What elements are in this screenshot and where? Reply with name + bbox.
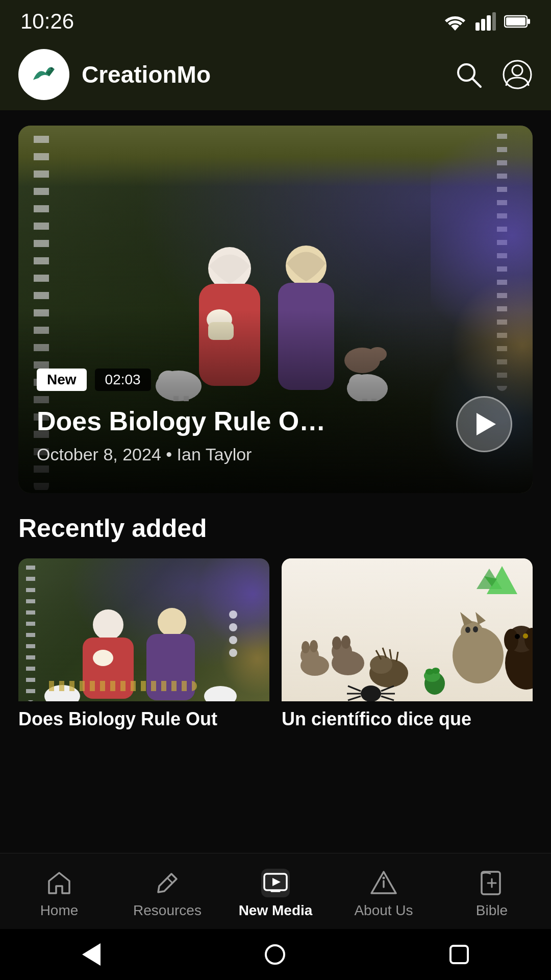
new-media-active-bg	[261, 869, 290, 897]
recently-card-2[interactable]: Un científico dice que	[282, 558, 533, 731]
svg-rect-1	[481, 19, 485, 31]
svg-point-62	[465, 627, 470, 633]
bottom-navigation: Home Resources New Media	[0, 853, 551, 929]
svg-line-77	[167, 878, 172, 883]
status-time: 10:26	[20, 9, 74, 34]
nav-label-bible: Bible	[476, 902, 508, 919]
animals-figures	[282, 584, 533, 701]
hero-background	[18, 126, 533, 493]
svg-point-35	[204, 686, 237, 701]
svg-point-83	[383, 877, 385, 879]
home-circle-icon	[265, 944, 285, 965]
search-icon	[453, 59, 484, 90]
svg-line-53	[396, 652, 398, 662]
svg-point-12	[512, 65, 522, 76]
badge-new: New	[37, 369, 87, 391]
section-title: Recently added	[18, 513, 533, 543]
nav-item-about-us[interactable]: About Us	[330, 864, 438, 924]
card-nativity-image	[18, 558, 269, 701]
android-home-button[interactable]	[265, 944, 285, 965]
nav-item-resources[interactable]: Resources	[113, 864, 221, 924]
hero-title: Does Biology Rule O…	[37, 406, 451, 437]
bird-top-icon	[482, 564, 522, 599]
svg-point-43	[310, 640, 318, 652]
recently-added-section: Recently added	[0, 493, 551, 742]
header-actions	[453, 59, 533, 90]
card-title-2: Un científico dice que	[282, 701, 533, 731]
svg-point-36	[229, 610, 237, 619]
svg-line-10	[472, 79, 481, 87]
svg-point-42	[302, 641, 310, 653]
svg-point-8	[51, 67, 53, 69]
bible-icon	[478, 869, 506, 897]
search-button[interactable]	[453, 59, 484, 90]
svg-point-47	[341, 635, 350, 649]
app-logo[interactable]	[18, 49, 69, 100]
recents-icon	[449, 945, 469, 964]
svg-point-69	[523, 633, 528, 639]
svg-point-70	[361, 685, 381, 701]
android-recents-button[interactable]	[449, 945, 469, 964]
nav-label-resources: Resources	[133, 902, 202, 919]
app-header: CreationMo	[0, 39, 551, 110]
svg-point-31	[93, 650, 113, 666]
svg-rect-5	[528, 19, 530, 24]
svg-point-39	[229, 649, 237, 657]
svg-point-37	[229, 623, 237, 631]
home-icon	[45, 869, 73, 897]
cards-row: Does Biology Rule Out	[18, 558, 533, 731]
resources-icon	[153, 869, 182, 897]
nav-label-home: Home	[40, 902, 79, 919]
svg-rect-6	[506, 17, 525, 26]
svg-line-71	[348, 686, 361, 691]
badge-time: 02:03	[95, 369, 151, 391]
svg-line-52	[390, 649, 391, 659]
signal-icon	[475, 12, 496, 31]
svg-rect-3	[492, 12, 496, 31]
hero-badges: New 02:03	[37, 369, 151, 391]
new-media-icon	[262, 870, 289, 896]
svg-point-66	[504, 629, 518, 651]
hero-card[interactable]: New 02:03 Does Biology Rule O… October 8…	[18, 126, 533, 493]
card-image-1	[18, 558, 269, 701]
svg-marker-79	[272, 878, 281, 886]
nav-item-new-media[interactable]: New Media	[221, 864, 330, 924]
play-button[interactable]	[456, 396, 512, 452]
nav-label-new-media: New Media	[239, 902, 313, 919]
svg-point-68	[515, 634, 520, 639]
play-icon	[477, 413, 496, 435]
svg-line-76	[381, 696, 394, 700]
back-icon	[82, 943, 101, 966]
card-image-2	[282, 558, 533, 701]
card-animals-image	[282, 558, 533, 701]
svg-point-57	[432, 668, 440, 674]
nav-label-about-us: About Us	[354, 902, 413, 919]
svg-point-38	[229, 636, 237, 644]
svg-point-46	[332, 636, 341, 650]
nav-item-bible[interactable]: Bible	[438, 864, 546, 924]
nav-item-home[interactable]: Home	[5, 864, 113, 924]
profile-icon	[502, 59, 533, 90]
svg-rect-2	[487, 15, 491, 31]
about-icon	[369, 869, 398, 897]
android-nav-bar	[0, 929, 551, 980]
svg-point-32	[158, 608, 186, 636]
app-name-label: CreationMo	[82, 61, 453, 88]
battery-icon	[504, 14, 531, 29]
card-title-1: Does Biology Rule Out	[18, 701, 269, 731]
android-back-button[interactable]	[82, 943, 101, 966]
status-icons	[443, 12, 531, 31]
logo-bird-icon	[26, 57, 62, 92]
svg-line-73	[348, 696, 361, 700]
profile-button[interactable]	[502, 59, 533, 90]
recently-card-1[interactable]: Does Biology Rule Out	[18, 558, 269, 731]
svg-point-29	[93, 609, 123, 640]
status-bar: 10:26	[0, 0, 551, 39]
svg-rect-0	[475, 22, 480, 31]
wifi-icon	[443, 12, 467, 31]
hero-gradient	[18, 309, 533, 493]
hero-meta: October 8, 2024 • Ian Taylor	[37, 445, 252, 464]
svg-point-63	[473, 626, 478, 632]
